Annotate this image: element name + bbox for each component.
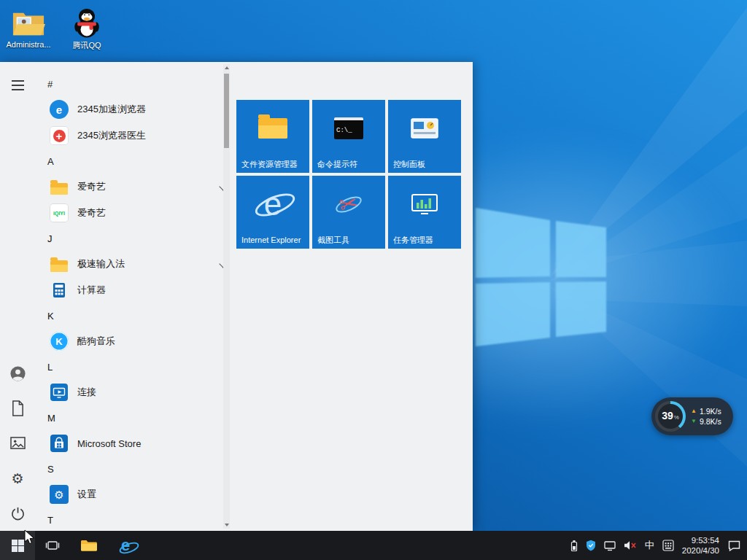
internet-explorer-icon: e (252, 187, 293, 221)
app-item-connect[interactable]: 连接 (35, 379, 236, 405)
desktop-icon-label: 腾讯QQ (72, 40, 101, 51)
folder-item-jisu-ime[interactable]: 极速输入法 (35, 251, 236, 277)
app-item-2345-browser-doctor[interactable]: 2345浏览器医生 (35, 122, 236, 149)
desktop-icon-area: Administra... 腾讯QQ (4, 7, 111, 51)
section-header-j[interactable]: J (35, 226, 236, 251)
battery-icon[interactable] (570, 540, 578, 552)
ime-language-indicator[interactable]: 中 (645, 539, 654, 552)
tile-grid: 文件资源管理器 C:\_ 命令提示符 (236, 100, 461, 249)
app-label: 酷狗音乐 (77, 335, 115, 348)
file-explorer-icon (258, 118, 287, 139)
section-header-k[interactable]: K (35, 303, 236, 328)
app-item-calculator[interactable]: 计算器 (35, 277, 236, 303)
ime-keyboard-icon[interactable] (662, 540, 674, 551)
section-header-l[interactable]: L (35, 354, 236, 379)
volume-muted-icon[interactable] (624, 540, 637, 551)
date: 2020/4/30 (682, 545, 719, 556)
app-label: 设置 (77, 488, 96, 501)
documents-button[interactable] (0, 391, 35, 426)
security-shield-icon[interactable] (586, 540, 596, 551)
app-item-2345-browser[interactable]: 2345加速浏览器 (35, 96, 236, 122)
system-tray: 中 9:53:54 2020/4/30 (570, 531, 747, 560)
app-label: 2345加速浏览器 (77, 103, 146, 116)
net-speed-widget[interactable]: 39 % 1.9K/s 9.8K/s (651, 397, 733, 435)
desktop: Administra... 腾讯QQ (0, 0, 747, 560)
app-item-microsoft-store[interactable]: Microsoft Store (35, 430, 236, 456)
clock[interactable]: 9:53:54 2020/4/30 (682, 535, 719, 556)
start-button[interactable] (0, 531, 35, 560)
section-header-s[interactable]: S (35, 456, 236, 481)
administrator-folder-icon (12, 7, 45, 38)
windows-logo-icon (12, 540, 24, 552)
start-menu: ⚙ # 2345加速浏览器 2345浏览器医生 A 爱 (0, 62, 473, 531)
tile-snipping-tool[interactable]: ✂ 截图工具 (312, 176, 385, 249)
expand-menu-button[interactable] (0, 68, 35, 103)
desktop-icon-tencent-qq[interactable]: 腾讯QQ (63, 7, 111, 51)
calculator-icon (50, 281, 69, 300)
app-label: Microsoft Store (77, 438, 141, 449)
scroll-down-arrow-icon[interactable] (223, 521, 230, 529)
app-list-scrollbar[interactable] (223, 64, 230, 529)
memory-percent: 39 (662, 411, 673, 421)
snipping-tool-icon: ✂ (332, 190, 365, 219)
section-header-a[interactable]: A (35, 149, 236, 174)
tile-task-manager[interactable]: 任务管理器 (388, 176, 461, 249)
tile-label: 控制面板 (393, 160, 457, 169)
tile-label: Internet Explorer (241, 236, 305, 245)
scroll-up-arrow-icon[interactable] (223, 64, 230, 71)
section-letter: S (47, 464, 54, 475)
taskbar-file-explorer-button[interactable] (71, 531, 107, 560)
pictures-button[interactable] (0, 426, 35, 461)
scrollbar-thumb[interactable] (224, 74, 229, 148)
folder-icon (50, 177, 69, 196)
app-label: 连接 (77, 386, 96, 399)
cmd-prompt-text: C:\_ (336, 127, 352, 134)
2345-browser-doctor-icon (50, 126, 69, 145)
tile-internet-explorer[interactable]: e Internet Explorer (236, 176, 309, 249)
section-letter: K (47, 311, 54, 322)
net-rates: 1.9K/s 9.8K/s (691, 408, 721, 425)
app-label: 2345浏览器医生 (77, 129, 146, 142)
connect-icon (50, 383, 69, 402)
gear-icon: ⚙ (11, 472, 23, 486)
download-arrow-icon (691, 419, 697, 424)
document-icon (11, 400, 25, 416)
app-label: 计算器 (77, 284, 106, 297)
app-item-iqiyi[interactable]: 爱奇艺 (35, 200, 236, 226)
task-view-icon (45, 540, 60, 551)
network-icon[interactable] (604, 540, 616, 551)
section-letter: L (47, 362, 53, 373)
upload-arrow-icon (691, 408, 697, 414)
2345-browser-icon (50, 100, 69, 119)
upload-speed: 1.9K/s (700, 408, 721, 416)
taskbar-internet-explorer-button[interactable]: e (108, 531, 143, 560)
app-label: 爱奇艺 (77, 206, 106, 219)
tile-file-explorer[interactable]: 文件资源管理器 (236, 100, 309, 173)
task-view-button[interactable] (35, 531, 70, 560)
app-item-settings[interactable]: 设置 (35, 481, 236, 508)
action-center-icon[interactable] (727, 540, 741, 552)
folder-item-iqiyi[interactable]: 爱奇艺 (35, 174, 236, 200)
tile-label: 命令提示符 (317, 160, 381, 169)
tile-command-prompt[interactable]: C:\_ 命令提示符 (312, 100, 385, 173)
section-header-m[interactable]: M (35, 405, 236, 430)
app-item-kugou-music[interactable]: 酷狗音乐 (35, 328, 236, 354)
section-letter: M (47, 413, 55, 424)
section-letter: # (47, 79, 53, 90)
control-panel-icon (410, 117, 439, 139)
section-header-hash[interactable]: # (35, 71, 236, 96)
folder-icon (50, 254, 69, 273)
power-button[interactable] (0, 496, 35, 531)
power-icon (10, 506, 26, 521)
tile-control-panel[interactable]: 控制面板 (388, 100, 461, 173)
section-header-t[interactable]: T (35, 508, 236, 531)
settings-button[interactable]: ⚙ (0, 461, 35, 496)
user-account-button[interactable] (0, 356, 35, 391)
tencent-qq-icon (72, 7, 101, 38)
pictures-icon (10, 437, 26, 451)
memory-percent-unit: % (674, 414, 679, 421)
desktop-icon-administrator[interactable]: Administra... (4, 7, 53, 51)
download-speed: 9.8K/s (700, 418, 721, 426)
internet-explorer-icon: e (121, 537, 130, 553)
tile-label: 文件资源管理器 (241, 160, 305, 169)
